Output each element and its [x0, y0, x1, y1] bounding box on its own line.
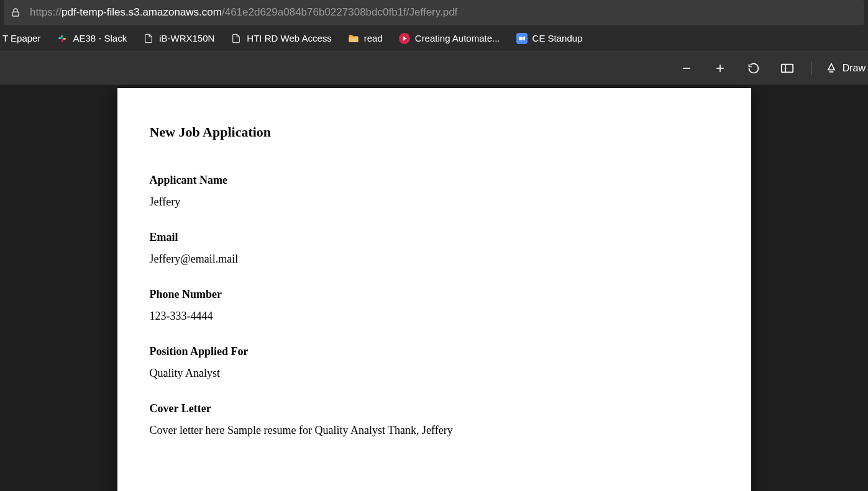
svg-rect-12 [781, 64, 792, 72]
pdf-page: New Job Application Applicant Name Jeffe… [117, 88, 751, 491]
svg-rect-3 [61, 35, 63, 38]
draw-label: Draw [843, 63, 866, 74]
bookmark-label: Creating Automate... [415, 33, 500, 43]
field-label: Applicant Name [150, 174, 719, 187]
field-label: Position Applied For [150, 345, 719, 358]
page-icon [143, 33, 154, 44]
highlighter-icon [825, 61, 838, 75]
automate-icon [399, 33, 410, 44]
bookmark-slack[interactable]: AE38 - Slack [54, 30, 129, 47]
bookmark-hti[interactable]: HTI RD Web Access [228, 30, 334, 47]
lock-icon [10, 7, 21, 18]
svg-rect-5 [349, 37, 358, 42]
zoom-icon [516, 33, 528, 44]
page-icon [231, 33, 242, 44]
svg-rect-7 [519, 37, 523, 40]
svg-rect-4 [62, 39, 63, 42]
toolbar-separator [811, 61, 811, 75]
svg-marker-6 [403, 36, 407, 40]
bookmark-label: iB-WRX150N [159, 33, 214, 43]
svg-marker-8 [523, 36, 525, 40]
bookmark-read[interactable]: read [345, 30, 385, 47]
field-block: Cover Letter Cover letter here Sample re… [150, 402, 719, 437]
pdf-toolbar: Draw [0, 52, 868, 84]
bookmark-label: HTI RD Web Access [247, 33, 331, 43]
doc-title: New Job Application [150, 124, 719, 140]
field-block: Applicant Name Jeffery [150, 174, 719, 209]
bookmark-automate[interactable]: Creating Automate... [396, 30, 503, 47]
url-text: https://pdf-temp-files.s3.amazonaws.com/… [30, 6, 457, 19]
rotate-button[interactable] [744, 58, 764, 78]
fit-page-button[interactable] [777, 58, 797, 78]
bookmark-label: T Epaper [2, 33, 40, 43]
slack-icon [57, 33, 68, 44]
bookmark-label: read [364, 33, 383, 43]
bookmarks-bar: T Epaper AE38 - Slack iB-WRX150N HTI RD … [0, 25, 868, 52]
bookmark-standup[interactable]: CE Standup [514, 30, 585, 47]
svg-rect-0 [12, 12, 19, 16]
draw-button[interactable]: Draw [825, 61, 868, 75]
field-block: Email Jeffery@email.mail [150, 231, 719, 266]
field-label: Email [150, 231, 719, 244]
svg-rect-2 [63, 38, 66, 40]
field-block: Phone Number 123-333-4444 [150, 288, 719, 323]
field-value: Jeffery [150, 196, 719, 209]
field-value: 123-333-4444 [150, 310, 719, 323]
field-label: Cover Letter [150, 402, 719, 415]
zoom-out-button[interactable] [677, 58, 697, 78]
field-block: Position Applied For Quality Analyst [150, 345, 719, 380]
bookmark-ibwrx[interactable]: iB-WRX150N [140, 30, 217, 47]
address-bar[interactable]: https://pdf-temp-files.s3.amazonaws.com/… [4, 0, 864, 25]
field-value: Cover letter here Sample resume for Qual… [150, 424, 719, 437]
folder-icon [348, 33, 359, 44]
field-label: Phone Number [150, 288, 719, 301]
field-value: Jeffery@email.mail [150, 253, 719, 266]
field-value: Quality Analyst [150, 367, 719, 380]
svg-rect-1 [58, 37, 62, 39]
zoom-in-button[interactable] [710, 58, 730, 78]
bookmark-epaper[interactable]: T Epaper [0, 30, 43, 46]
pdf-viewer[interactable]: New Job Application Applicant Name Jeffe… [0, 84, 868, 491]
bookmark-label: CE Standup [532, 33, 583, 43]
bookmark-label: AE38 - Slack [73, 33, 127, 43]
